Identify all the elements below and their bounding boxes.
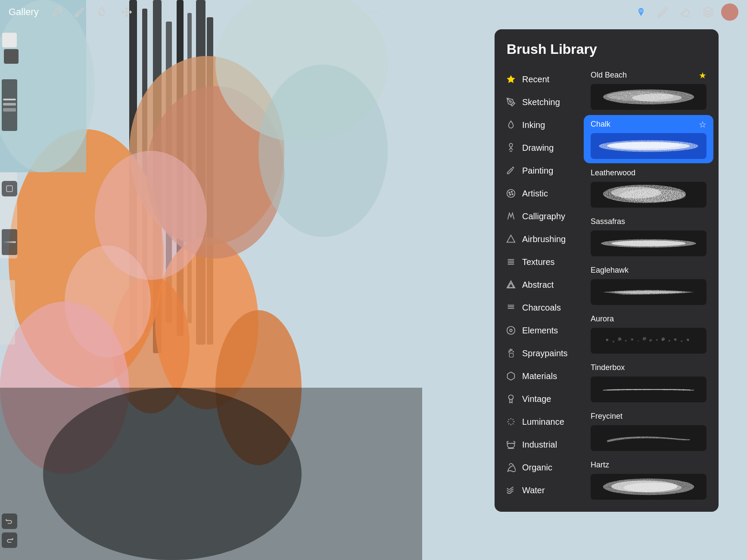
category-materials[interactable]: Materials (498, 365, 575, 387)
drawing-icon (506, 143, 516, 153)
brush-chalk-star[interactable]: ☆ (699, 119, 707, 130)
brush-library-content: Recent Sketching Inking (495, 64, 719, 512)
painting-icon (506, 165, 516, 176)
svg-point-62 (607, 142, 682, 148)
paint-tool-icon[interactable] (71, 3, 90, 22)
inking-icon (506, 120, 516, 130)
modify-tool-icon[interactable] (47, 3, 66, 22)
category-artistic[interactable]: Artistic (498, 182, 575, 205)
category-drawing[interactable]: Drawing (498, 137, 575, 159)
brush-freycinet-preview (591, 425, 707, 451)
water-icon (506, 485, 516, 495)
vintage-icon (506, 394, 516, 404)
svg-point-67 (611, 240, 686, 246)
materials-icon (506, 371, 516, 381)
category-organic[interactable]: Organic (498, 456, 575, 479)
category-vintage[interactable]: Vintage (498, 388, 575, 410)
category-inking[interactable]: Inking (498, 114, 575, 136)
smudge-tool-icon[interactable] (94, 3, 113, 22)
svg-point-56 (509, 395, 514, 400)
gallery-button[interactable]: Gallery (9, 6, 39, 18)
color-swatch-primary[interactable] (2, 33, 17, 47)
eraser-tool-button[interactable] (676, 3, 695, 22)
svg-point-75 (649, 339, 652, 342)
category-spraypaints[interactable]: Spraypaints (498, 342, 575, 364)
svg-point-59 (632, 93, 682, 102)
category-painting[interactable]: Painting (498, 159, 575, 182)
category-elements[interactable]: Elements (498, 319, 575, 342)
redo-button[interactable] (2, 532, 17, 548)
opacity-slider[interactable] (2, 229, 17, 255)
svg-point-73 (638, 340, 639, 342)
color-swatch-secondary[interactable] (4, 49, 19, 64)
brush-aurora-name: Aurora (591, 314, 614, 324)
svg-point-71 (625, 340, 627, 342)
brush-tinderbox-name: Tinderbox (591, 363, 625, 372)
category-luminance[interactable]: Luminance (498, 411, 575, 433)
category-inking-label: Inking (522, 120, 545, 130)
brush-tinderbox[interactable]: Tinderbox (584, 359, 713, 407)
category-sketching[interactable]: Sketching (498, 91, 575, 113)
category-textures[interactable]: Textures (498, 251, 575, 273)
category-organic-label: Organic (522, 463, 552, 473)
category-calligraphy[interactable]: Calligraphy (498, 205, 575, 227)
category-recent[interactable]: Recent (498, 68, 575, 90)
brush-hartz[interactable]: Hartz (584, 456, 713, 504)
brush-leatherwood-name: Leatherwood (591, 168, 635, 177)
category-vintage-label: Vintage (522, 394, 551, 404)
brush-sassafras[interactable]: Sassafras (584, 213, 713, 261)
brush-aurora[interactable]: Aurora (584, 310, 713, 358)
category-elements-label: Elements (522, 326, 558, 336)
brush-chalk-preview (591, 133, 707, 159)
category-abstract[interactable]: Abstract (498, 274, 575, 296)
brush-tool-button[interactable] (654, 3, 673, 22)
undo-button[interactable] (2, 513, 17, 529)
brush-sassafras-preview (591, 230, 707, 256)
category-airbrushing[interactable]: Airbrushing (498, 228, 575, 250)
category-water-label: Water (522, 485, 545, 495)
brush-eaglehawk[interactable]: Eaglehawk (584, 261, 713, 309)
svg-point-55 (510, 349, 511, 350)
brush-freycinet[interactable]: Freycinet (584, 408, 713, 455)
svg-marker-32 (507, 75, 515, 83)
top-bar: Gallery ··· (0, 0, 747, 24)
category-painting-label: Painting (522, 166, 553, 176)
brush-old-beach[interactable]: Old Beach ★ (584, 66, 713, 114)
brush-library-header: Brush Library (495, 29, 719, 64)
square-tool[interactable] (2, 181, 17, 196)
brush-tinderbox-preview (591, 376, 707, 402)
brush-chalk[interactable]: Chalk ☆ (584, 115, 713, 163)
brush-leatherwood[interactable]: Leatherwood ☆ (584, 164, 713, 212)
calligraphy-icon (506, 211, 516, 221)
brush-old-beach-star[interactable]: ★ (699, 70, 707, 81)
svg-point-53 (513, 351, 514, 352)
svg-marker-30 (703, 7, 713, 12)
context-menu-dots[interactable]: ··· (367, 6, 380, 18)
spraypaints-icon (506, 348, 516, 358)
right-tools (632, 3, 738, 22)
category-industrial[interactable]: Industrial (498, 433, 575, 456)
svg-point-76 (656, 339, 658, 341)
luminance-icon (506, 417, 516, 427)
brush-size-control[interactable] (2, 79, 17, 131)
svg-point-77 (661, 337, 665, 341)
svg-point-37 (512, 193, 513, 195)
textures-icon (506, 257, 516, 267)
category-airbrushing-label: Airbrushing (522, 234, 566, 244)
category-charcoals[interactable]: Charcoals (498, 296, 575, 319)
pencil-tool-button[interactable] (632, 3, 651, 22)
svg-point-49 (510, 329, 512, 332)
svg-point-52 (511, 349, 512, 351)
svg-point-65 (611, 187, 661, 199)
brush-library-title: Brush Library (507, 41, 597, 57)
brush-eaglehawk-preview (591, 279, 707, 305)
category-industrial-label: Industrial (522, 440, 557, 450)
layers-tool-button[interactable] (699, 3, 718, 22)
user-avatar[interactable] (721, 3, 738, 21)
svg-point-34 (507, 190, 515, 197)
category-water[interactable]: Water (498, 479, 575, 501)
svg-point-80 (681, 340, 682, 342)
move-tool-icon[interactable] (117, 3, 136, 22)
svg-point-79 (674, 338, 677, 341)
svg-point-78 (669, 340, 670, 342)
